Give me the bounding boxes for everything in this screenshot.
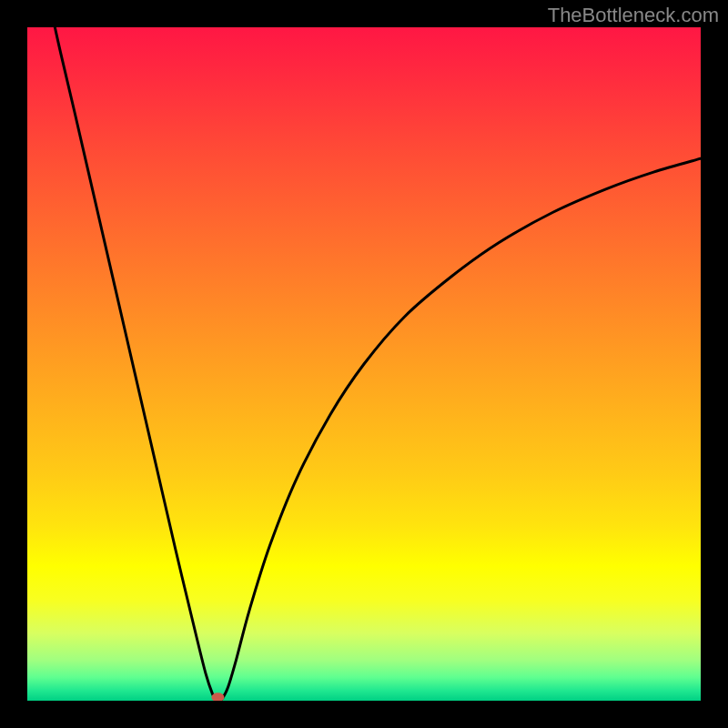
chart-svg <box>27 27 701 701</box>
chart-frame: TheBottleneck.com <box>0 0 728 728</box>
watermark-text: TheBottleneck.com <box>548 4 719 27</box>
chart-plot-area <box>27 27 701 701</box>
